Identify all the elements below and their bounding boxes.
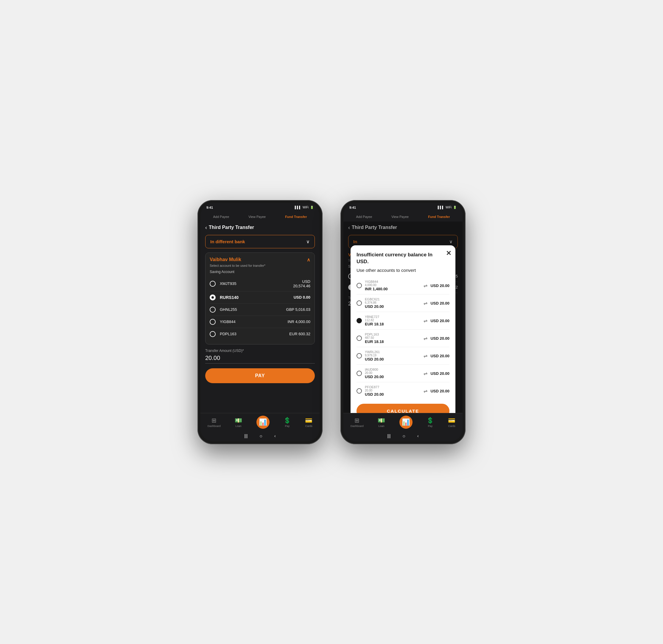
pay-button-1[interactable]: PAY — [205, 368, 315, 383]
home-bars-2: ||| — [387, 434, 391, 439]
phone2: 9:41 ▌▌▌ WiFi 🔋 Add Payee View Payee Fun… — [340, 200, 466, 444]
conv-arrow-pfoe877: ⇌ — [423, 388, 427, 394]
conv-arrow-yigb844: ⇌ — [423, 283, 427, 289]
radio-yigb844[interactable] — [210, 319, 216, 325]
conv-item-iaud800[interactable]: IAUD800 20.00 USD 20.00 ⇌ USD 20.00 — [356, 365, 449, 382]
tab-add-payee-2[interactable]: Add Payee — [354, 214, 374, 219]
conv-target-ybne727: USD 20.00 — [430, 319, 449, 323]
chevron-down-icon-1: ∨ — [306, 239, 310, 245]
cards-icon-1: 💳 — [305, 417, 312, 424]
dashboard-icon-1: ⊞ — [212, 417, 217, 424]
bank-selector-1[interactable]: In different bank ∨ — [205, 235, 315, 248]
signal-icon-2: ▌▌▌ — [438, 206, 444, 209]
bg-content-2: ‹ Third Party Transfer In ∨ Va... Sele..… — [344, 222, 463, 413]
conv-radio-ywrl261[interactable] — [356, 353, 362, 359]
conv-radio-pfoe877[interactable] — [356, 388, 362, 394]
radio-ghnl255[interactable] — [210, 307, 216, 313]
conv-item-pfoe877[interactable]: PFOE877 20.00 USD 20.00 ⇌ USD 20.00 — [356, 382, 449, 399]
conv-info-ywrl261: YWRL261 9,979.19 USD 20.00 — [365, 350, 421, 362]
analytics-active-bg-2: 📊 — [399, 416, 413, 429]
conv-info-yigb844: YIGB844 4,000.00 INR 1,480.00 — [365, 280, 421, 291]
conv-item-ybne727[interactable]: YBNE727 112.82 EUR 18.18 ⇌ USD 20.00 — [356, 312, 449, 329]
conv-radio-egbc621[interactable] — [356, 300, 362, 306]
radio-xmjt935[interactable] — [210, 281, 216, 287]
transfer-input-1[interactable]: 20.00 — [205, 354, 315, 364]
account-item-pdpl163[interactable]: PDPL163 EUR 600.32 — [210, 328, 310, 340]
conv-arrow-pdpl163: ⇌ — [423, 336, 427, 341]
dashboard-icon-2: ⊞ — [354, 417, 359, 424]
nav-pay-1[interactable]: 💲 Pay — [284, 417, 291, 428]
account-item-rurs140[interactable]: RURS140 USD 0.00 — [210, 292, 310, 304]
loan-label-2: Loan — [379, 424, 384, 428]
conv-target-pdpl163: USD 20.00 — [430, 336, 449, 341]
modal-close-button[interactable]: ✕ — [446, 250, 451, 257]
conv-target-ywrl261: USD 20.00 — [430, 354, 449, 358]
tab-fund-transfer-2[interactable]: Fund Transfer — [426, 214, 451, 219]
account-id-rurs140: RURS140 — [220, 295, 294, 300]
conv-arrow-egbc621: ⇌ — [423, 300, 427, 306]
nav-pay-2[interactable]: 💲 Pay — [426, 417, 434, 428]
status-icons-2: ▌▌▌ WiFi 🔋 — [438, 206, 457, 209]
dashboard-label-1: Dashboard — [207, 424, 221, 428]
loan-icon-2: 💵 — [378, 417, 385, 424]
nav-dashboard-1[interactable]: ⊞ Dashboard — [207, 417, 221, 428]
status-time-1: 9:41 — [206, 206, 213, 209]
conv-item-yigb844[interactable]: YIGB844 4,000.00 INR 1,480.00 ⇌ USD 20.0… — [356, 277, 449, 295]
account-item-xmjt935[interactable]: XMJT935 USD 20,574.46 — [210, 276, 310, 292]
tab-view-payee-1[interactable]: View Payee — [247, 214, 267, 219]
tab-add-payee-1[interactable]: Add Payee — [211, 214, 231, 219]
dashboard-label-2: Dashboard — [351, 424, 364, 428]
status-icons-1: ▌▌▌ WiFi 🔋 — [295, 206, 314, 209]
nav-loan-2[interactable]: 💵 Loan — [378, 417, 385, 428]
phone1: 9:41 ▌▌▌ WiFi 🔋 Add Payee View Payee Fun… — [197, 200, 323, 444]
account-id-yigb844: YIGB844 — [220, 320, 287, 324]
loan-label-1: Loan — [236, 424, 242, 428]
radio-rurs140[interactable] — [210, 295, 216, 300]
account-item-yigb844[interactable]: YIGB844 INR 4,000.00 — [210, 316, 310, 328]
conv-radio-ybne727[interactable] — [356, 318, 362, 323]
account-item-ghnl255[interactable]: GHNL255 GBP 5,016.03 — [210, 304, 310, 316]
conv-info-pdpl163: PDPL163 487.50 EUR 18.18 — [365, 332, 421, 344]
conv-target-egbc621: USD 20.00 — [430, 301, 449, 305]
conv-radio-iaud800[interactable] — [356, 371, 362, 376]
modal-subtitle: Use other accounts to convert — [356, 268, 449, 273]
battery-icon-2: 🔋 — [453, 206, 457, 209]
radio-pdpl163[interactable] — [210, 331, 216, 337]
conv-arrow-ybne727: ⇌ — [423, 318, 427, 324]
collapse-icon-1[interactable]: ∧ — [307, 257, 310, 262]
back-arrow-1[interactable]: ‹ — [205, 225, 207, 231]
calculate-button[interactable]: CALCULATE — [356, 404, 449, 413]
nav-tabs-1: Add Payee View Payee Fund Transfer — [200, 212, 319, 222]
account-amount-pdpl163: EUR 600.32 — [289, 332, 310, 336]
phone2-inner: 9:41 ▌▌▌ WiFi 🔋 Add Payee View Payee Fun… — [344, 203, 463, 441]
status-bar-2: 9:41 ▌▌▌ WiFi 🔋 — [344, 203, 463, 212]
conv-radio-yigb844[interactable] — [356, 283, 362, 288]
nav-cards-2[interactable]: 💳 Cards — [448, 417, 456, 428]
home-circle-1: ○ — [260, 434, 262, 439]
nav-cards-1[interactable]: 💳 Cards — [305, 417, 312, 428]
tab-view-payee-2[interactable]: View Payee — [390, 214, 411, 219]
home-back-2: ‹ — [417, 434, 419, 439]
nav-analytics-2[interactable]: 📊 — [399, 416, 413, 429]
account-owner-1: Vaibhav Mulik ∧ — [210, 257, 310, 262]
nav-loan-1[interactable]: 💵 Loan — [235, 417, 242, 428]
nav-dashboard-2[interactable]: ⊞ Dashboard — [351, 417, 364, 428]
conv-arrow-iaud800: ⇌ — [423, 371, 427, 376]
conv-item-pdpl163[interactable]: PDPL163 487.50 EUR 18.18 ⇌ USD 20.00 — [356, 329, 449, 347]
phone1-outer: 9:41 ▌▌▌ WiFi 🔋 Add Payee View Payee Fun… — [197, 200, 323, 444]
conv-item-egbc621[interactable]: EGBC621 6,374.86 USD 20.00 ⇌ USD 20.00 — [356, 295, 449, 312]
nav-analytics-1[interactable]: 📊 — [257, 416, 269, 429]
pay-label-1: Pay — [285, 424, 290, 428]
phone1-inner: 9:41 ▌▌▌ WiFi 🔋 Add Payee View Payee Fun… — [200, 203, 319, 441]
conv-radio-pdpl163[interactable] — [356, 336, 362, 341]
tab-fund-transfer-1[interactable]: Fund Transfer — [283, 214, 309, 219]
account-id-pdpl163: PDPL163 — [220, 332, 289, 336]
bottom-nav-2: ⊞ Dashboard 💵 Loan 📊 💲 Pay — [344, 413, 463, 432]
conv-target-pfoe877: USD 20.00 — [430, 389, 449, 393]
home-bars-1: ||| — [244, 434, 247, 439]
bottom-nav-1: ⊞ Dashboard 💵 Loan 📊 💲 Pay — [200, 413, 319, 432]
bank-selector-label-1: In different bank — [210, 239, 245, 244]
status-bar-1: 9:41 ▌▌▌ WiFi 🔋 — [200, 203, 319, 212]
conv-item-ywrl261[interactable]: YWRL261 9,979.19 USD 20.00 ⇌ USD 20.00 — [356, 347, 449, 365]
home-back-1: ‹ — [274, 434, 276, 439]
